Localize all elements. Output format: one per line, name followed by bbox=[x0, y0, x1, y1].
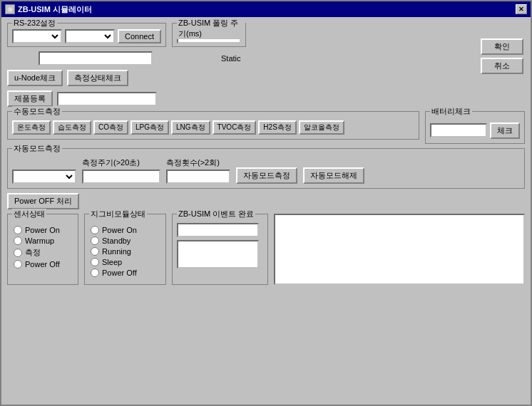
battery-check-button[interactable]: 체크 bbox=[490, 123, 520, 139]
passive-buttons: 온도측정 습도측정 CO측정 LPG측정 LNG측정 TVOC측정 H2S측정 … bbox=[12, 120, 414, 135]
log-box bbox=[274, 214, 525, 285]
auto-period-label: 측정주기(>20초) bbox=[82, 157, 160, 168]
sensor-poweroff-label: Power Off bbox=[25, 260, 60, 269]
rs232-label: RS-232설정 bbox=[12, 18, 57, 28]
auto-mode-label: 자동모드측정 bbox=[12, 143, 62, 154]
title-bar: ⊞ ZB-USIM 시뮬레이터 ✕ bbox=[1, 1, 531, 17]
rs232-select-1[interactable] bbox=[12, 29, 62, 43]
battery-input[interactable] bbox=[430, 123, 487, 137]
poweroff-button[interactable]: Power OFF 처리 bbox=[7, 193, 79, 209]
sensor-power-on-radio[interactable] bbox=[14, 226, 22, 234]
auto-select-col bbox=[12, 170, 76, 184]
auto-period-input[interactable] bbox=[82, 170, 160, 184]
window-title: ZB-USIM 시뮬레이터 bbox=[18, 4, 92, 15]
sensor-warmup-label: Warmup bbox=[25, 236, 54, 245]
passive-battery-row: 수동모드측정 온도측정 습도측정 CO측정 LPG측정 LNG측정 TVOC측정… bbox=[7, 111, 525, 144]
jigbi-state-label: 지그비모듈상태 bbox=[89, 209, 147, 219]
product-input[interactable] bbox=[57, 92, 157, 106]
polling-group: ZB-USIM 폴링 주기(ms) bbox=[172, 23, 246, 47]
lpg-button[interactable]: LPG측정 bbox=[131, 120, 169, 135]
humid-button[interactable]: 습도측정 bbox=[53, 120, 91, 135]
auto-select[interactable] bbox=[12, 170, 76, 184]
static-input[interactable] bbox=[39, 51, 153, 66]
jigbi-running-label: Running bbox=[102, 247, 131, 256]
auto-count-label: 측정횟수(>2회) bbox=[166, 157, 230, 168]
cancel-button[interactable]: 취소 bbox=[481, 58, 523, 74]
static-label: Static bbox=[221, 54, 241, 63]
passive-mode-group: 수동모드측정 온도측정 습도측정 CO측정 LPG측정 LNG측정 TVOC측정… bbox=[7, 111, 419, 140]
product-row: 제품등록 bbox=[7, 90, 525, 107]
rs232-select-2[interactable] bbox=[65, 29, 115, 43]
title-buttons: ✕ bbox=[516, 4, 527, 14]
unode-row: u-Node체크 측정상태체크 bbox=[7, 70, 525, 86]
h2s-button[interactable]: H2S측정 bbox=[258, 120, 296, 135]
jigbi-power-on-item: Power On bbox=[91, 226, 160, 234]
auto-mode-group: 자동모드측정 측정주기(>20초) 측정횟수(>2회) 자동모드측정 자동모드해… bbox=[7, 148, 525, 189]
close-button[interactable]: ✕ bbox=[516, 4, 527, 14]
auto-count-col: 측정횟수(>2회) bbox=[166, 157, 230, 184]
event-textarea[interactable] bbox=[177, 240, 259, 269]
jigbi-running-item: Running bbox=[91, 247, 160, 256]
sensor-poweroff-radio[interactable] bbox=[14, 260, 22, 269]
sensor-state-label: 센서상태 bbox=[12, 209, 46, 219]
sensor-power-on-label: Power On bbox=[25, 226, 60, 234]
alcohol-button[interactable]: 알코올측정 bbox=[299, 120, 344, 135]
co-button[interactable]: CO측정 bbox=[93, 120, 128, 135]
sensor-warmup-item: Warmup bbox=[14, 236, 72, 245]
tvoc-button[interactable]: TVOC측정 bbox=[213, 120, 257, 135]
sensor-warmup-radio[interactable] bbox=[14, 236, 22, 245]
lng-button[interactable]: LNG측정 bbox=[171, 120, 210, 135]
status-check-button[interactable]: 측정상태체크 bbox=[67, 70, 128, 86]
jigbi-running-radio[interactable] bbox=[91, 247, 99, 256]
jigbi-standby-radio[interactable] bbox=[91, 236, 99, 245]
event-group: ZB-USIM 이벤트 완료 bbox=[172, 214, 268, 285]
sensor-poweroff-item: Power Off bbox=[14, 260, 72, 269]
confirm-button[interactable]: 확인 bbox=[481, 38, 523, 55]
product-register-button[interactable]: 제품등록 bbox=[7, 90, 53, 107]
auto-cancel-button[interactable]: 자동모드해제 bbox=[303, 167, 364, 184]
jigbi-sleep-item: Sleep bbox=[91, 258, 160, 266]
jigbi-sleep-label: Sleep bbox=[102, 258, 122, 266]
title-bar-left: ⊞ ZB-USIM 시뮬레이터 bbox=[5, 4, 92, 15]
main-window: ⊞ ZB-USIM 시뮬레이터 ✕ 확인 취소 RS-232설정 Con bbox=[0, 0, 532, 406]
sensor-measure-item: 측정 bbox=[14, 247, 72, 258]
unode-check-button[interactable]: u-Node체크 bbox=[7, 70, 63, 86]
poweroff-row: Power OFF 처리 bbox=[7, 193, 525, 209]
auto-count-input[interactable] bbox=[166, 170, 230, 184]
auto-period-col: 측정주기(>20초) bbox=[82, 157, 160, 184]
static-row: Static bbox=[7, 51, 525, 66]
temp-button[interactable]: 온도측정 bbox=[12, 120, 51, 135]
jigbi-standby-item: Standby bbox=[91, 236, 160, 245]
jigbi-state-group: 지그비모듈상태 Power On Standby Running bbox=[84, 214, 166, 285]
jigbi-radio-group: Power On Standby Running Sleep bbox=[91, 223, 160, 277]
jigbi-poweroff-label: Power Off bbox=[102, 269, 137, 277]
app-icon: ⊞ bbox=[5, 4, 15, 14]
event-label: ZB-USIM 이벤트 완료 bbox=[177, 209, 255, 219]
auto-measure-button[interactable]: 자동모드측정 bbox=[236, 167, 297, 184]
sensor-measure-radio[interactable] bbox=[14, 249, 22, 257]
connect-button[interactable]: Connect bbox=[118, 29, 161, 43]
battery-label: 배터리체크 bbox=[430, 106, 472, 117]
auto-inner: 측정주기(>20초) 측정횟수(>2회) 자동모드측정 자동모드해제 bbox=[12, 157, 520, 184]
jigbi-poweroff-radio[interactable] bbox=[91, 269, 99, 277]
battery-group: 배터리체크 체크 bbox=[425, 111, 525, 144]
sensor-measure-label: 측정 bbox=[25, 247, 41, 258]
bottom-section: 센서상태 Power On Warmup 측정 bbox=[7, 214, 525, 285]
content-area: 확인 취소 RS-232설정 Connect ZB-USIM 폴링 주기(ms) bbox=[1, 17, 531, 291]
jigbi-sleep-radio[interactable] bbox=[91, 258, 99, 266]
rs232-group: RS-232설정 Connect bbox=[7, 23, 166, 47]
jigbi-poweroff-item: Power Off bbox=[91, 269, 160, 277]
polling-label: ZB-USIM 폴링 주기(ms) bbox=[177, 18, 245, 39]
jigbi-power-on-radio[interactable] bbox=[91, 226, 99, 234]
top-row: RS-232설정 Connect ZB-USIM 폴링 주기(ms) bbox=[7, 23, 525, 47]
event-input-1[interactable] bbox=[177, 223, 259, 237]
right-action-buttons: 확인 취소 bbox=[481, 38, 523, 74]
jigbi-standby-label: Standby bbox=[102, 236, 131, 245]
sensor-radio-group: Power On Warmup 측정 Power Off bbox=[14, 223, 72, 269]
sensor-state-group: 센서상태 Power On Warmup 측정 bbox=[7, 214, 78, 285]
passive-mode-label: 수동모드측정 bbox=[12, 106, 62, 117]
sensor-power-on-item: Power On bbox=[14, 226, 72, 234]
jigbi-power-on-label: Power On bbox=[102, 226, 137, 234]
